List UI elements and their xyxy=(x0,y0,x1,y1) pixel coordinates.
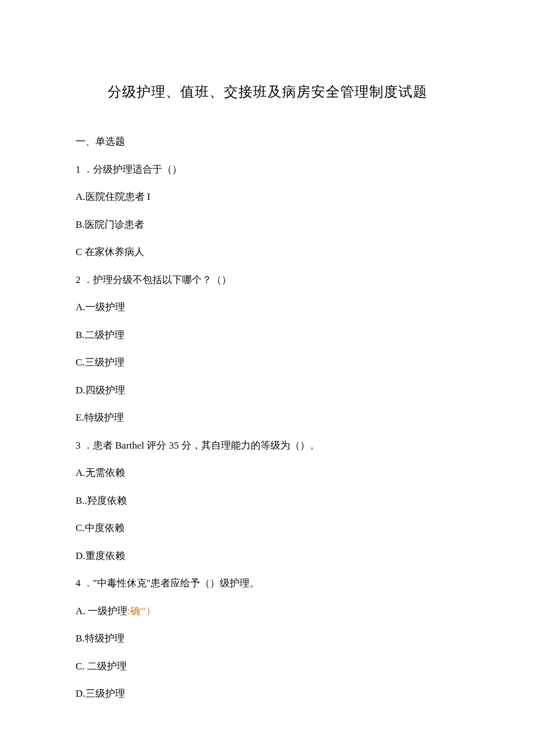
option-a: A.无需依赖 xyxy=(76,465,459,481)
question-1: 1 ．分级护理适合于（） A.医院住院患者 I B.医院门诊患者 C 在家休养病… xyxy=(76,162,459,260)
option-a: A.医院住院患者 I xyxy=(76,189,459,205)
option-a-text: A. 一级护理 xyxy=(76,605,127,617)
hint-text: :确'"） xyxy=(127,605,156,617)
question-number: 1 ． xyxy=(76,164,93,175)
question-body: 分级护理适合于（） xyxy=(93,164,182,175)
question-body: 患者 Barthel 评分 35 分，其自理能力的等级为（）。 xyxy=(93,440,320,451)
section-heading: 一、单选题 xyxy=(76,134,459,149)
question-number: 4 ． xyxy=(76,578,93,589)
question-text: 1 ．分级护理适合于（） xyxy=(76,162,459,177)
option-b: B..羟度依赖 xyxy=(76,493,459,508)
question-text: 4 ．"中毒性休克"患者应给予（）级护理。 xyxy=(76,576,459,591)
question-3: 3 ．患者 Barthel 评分 35 分，其自理能力的等级为（）。 A.无需依… xyxy=(76,438,459,564)
option-a: A.一级护理 xyxy=(76,300,459,315)
question-number: 2 ． xyxy=(76,274,93,285)
option-c: C.中度依赖 xyxy=(76,521,459,536)
question-body: "中毒性休克"患者应给予（）级护理。 xyxy=(93,578,259,589)
option-c: C 在家休养病人 xyxy=(76,245,459,260)
question-4: 4 ．"中毒性休克"患者应给予（）级护理。 A. 一级护理:确'"） B.特级护… xyxy=(76,576,459,701)
option-b: B.特级护理 xyxy=(76,631,459,646)
option-c: C. 二级护理 xyxy=(76,659,459,674)
option-b: B.医院门诊患者 xyxy=(76,217,459,232)
question-text: 3 ．患者 Barthel 评分 35 分，其自理能力的等级为（）。 xyxy=(76,438,459,453)
question-2: 2 ．护理分级不包括以下哪个？（） A.一级护理 B.二级护理 C.三级护理 D… xyxy=(76,273,459,425)
option-e: E.特级护理 xyxy=(76,410,459,425)
option-a: A. 一级护理:确'"） xyxy=(76,604,459,619)
question-text: 2 ．护理分级不包括以下哪个？（） xyxy=(76,273,459,288)
option-d: D.四级护理 xyxy=(76,383,459,398)
question-body: 护理分级不包括以下哪个？（） xyxy=(93,274,231,285)
option-b: B.二级护理 xyxy=(76,328,459,343)
option-d: D.三级护理 xyxy=(76,686,459,701)
question-number: 3 ． xyxy=(76,440,93,451)
page-title: 分级护理、值班、交接班及病房安全管理制度试题 xyxy=(76,81,459,102)
option-d: D.重度依赖 xyxy=(76,549,459,564)
option-c: C.三级护理 xyxy=(76,355,459,370)
